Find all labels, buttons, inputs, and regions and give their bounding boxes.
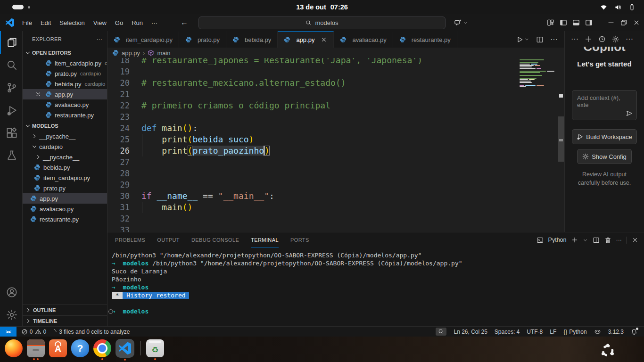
- panel-tab-ports[interactable]: PORTS: [290, 232, 309, 247]
- code-line-30[interactable]: 30if __name__ == "__main__":: [107, 190, 564, 202]
- language-mode[interactable]: {} Python: [563, 329, 586, 335]
- run-python-button[interactable]: [516, 36, 529, 43]
- code-line-27[interactable]: 27: [107, 156, 564, 168]
- code-line-18[interactable]: 18# restaurante_japones = Restaurante('J…: [107, 58, 564, 66]
- analysis-status[interactable]: 3 files and 0 cells to analyze: [51, 329, 130, 335]
- workspace-indicator-dot[interactable]: [28, 6, 30, 8]
- code-line-23[interactable]: 23: [107, 111, 564, 123]
- close-tab-button[interactable]: [321, 36, 327, 43]
- editor-more-actions-button[interactable]: ···: [550, 35, 558, 44]
- new-chat-button[interactable]: [585, 35, 592, 43]
- close-window-button[interactable]: [633, 19, 640, 26]
- tree-item-prato.py[interactable]: prato.py: [23, 183, 107, 193]
- dock-chrome[interactable]: [93, 339, 111, 357]
- toggle-secondary-sidebar-button[interactable]: [585, 19, 593, 26]
- problems-indicator[interactable]: 0 0: [21, 329, 46, 335]
- outline-section[interactable]: OUTLINE: [23, 304, 107, 315]
- code-line-31[interactable]: 31 main(): [107, 202, 564, 213]
- notifications-button[interactable]: [631, 329, 637, 335]
- code-line-32[interactable]: 32: [107, 213, 564, 224]
- panel-tab-output[interactable]: OUTPUT: [157, 232, 180, 247]
- panel-tab-terminal[interactable]: TERMINAL: [251, 232, 279, 247]
- code-line-25[interactable]: 25 print(bebida_suco): [107, 134, 564, 145]
- eol-sequence[interactable]: LF: [550, 329, 556, 335]
- panel-tab-problems[interactable]: PROBLEMS: [115, 232, 145, 247]
- tree-item-avaliacao.py[interactable]: avaliacao.py: [23, 204, 107, 214]
- kill-terminal-button[interactable]: [604, 237, 611, 244]
- menu-selection[interactable]: Selection: [55, 17, 89, 28]
- terminal-profile-dropdown[interactable]: [583, 238, 588, 243]
- dock-help[interactable]: ?: [71, 339, 89, 357]
- new-terminal-button[interactable]: [571, 237, 578, 243]
- customize-layout-button[interactable]: [547, 19, 554, 26]
- menu-go[interactable]: Go: [111, 17, 127, 28]
- breadcrumb[interactable]: app.py › main: [107, 48, 564, 58]
- sidebar-more-actions-button[interactable]: ···: [97, 36, 102, 42]
- activity-explorer[interactable]: [0, 31, 22, 54]
- workspace-header[interactable]: MODELOS: [23, 120, 107, 131]
- activity-search[interactable]: [0, 54, 22, 76]
- split-terminal-button[interactable]: [593, 237, 600, 244]
- python-version[interactable]: 3.12.3: [608, 329, 624, 335]
- timeline-section[interactable]: TIMELINE: [23, 315, 107, 326]
- breadcrumb-file[interactable]: app.py: [122, 49, 140, 57]
- dock-vscode[interactable]: [116, 339, 134, 358]
- activity-run-debug[interactable]: [0, 99, 22, 122]
- tab-item_cardapio.py[interactable]: item_cardapio.py: [107, 31, 179, 48]
- split-editor-button[interactable]: [536, 36, 544, 43]
- menu-file[interactable]: File: [18, 17, 36, 28]
- tab-bebida.py[interactable]: bebida.py: [226, 31, 278, 48]
- minimize-button[interactable]: [607, 19, 615, 26]
- tab-avaliacao.py[interactable]: avaliacao.py: [334, 31, 393, 48]
- copilot-status-icon[interactable]: [594, 328, 601, 335]
- tab-app.py[interactable]: app.py: [278, 31, 334, 48]
- dock-ubuntu-software[interactable]: A: [49, 339, 67, 357]
- tree-item-app.py[interactable]: app.py: [23, 193, 107, 204]
- breadcrumb-symbol[interactable]: main: [157, 49, 170, 57]
- tree-item-bebida.py[interactable]: bebida.py: [23, 162, 107, 173]
- open-editor-prato.py[interactable]: prato.pycardapio: [23, 68, 107, 79]
- tab-prato.py[interactable]: prato.py: [179, 31, 226, 48]
- terminal-more-actions-button[interactable]: ···: [616, 237, 622, 243]
- code-line-29[interactable]: 29: [107, 179, 564, 190]
- chat-history-button[interactable]: [598, 35, 606, 43]
- copilot-titlebar-button[interactable]: [454, 19, 468, 26]
- toggle-sidebar-button[interactable]: [560, 19, 567, 26]
- tree-item-restaurante.py[interactable]: restaurante.py: [23, 214, 107, 224]
- terminal-output[interactable]: /bin/python3 "/home/alexandre/projetopyt…: [112, 251, 644, 315]
- tab-restaurante.py[interactable]: restaurante.py: [393, 31, 457, 48]
- code-line-21[interactable]: 21: [107, 89, 564, 100]
- tree-item-__pycache__[interactable]: __pycache__: [23, 152, 107, 162]
- dock-files[interactable]: [27, 339, 45, 357]
- code-line-33[interactable]: 33: [107, 224, 564, 232]
- show-config-button[interactable]: Show Config: [577, 149, 632, 164]
- workspace-indicator-pill[interactable]: [12, 5, 24, 9]
- menu-run[interactable]: Run: [127, 17, 147, 28]
- back-button[interactable]: ←: [181, 18, 188, 27]
- restore-button[interactable]: [620, 19, 627, 26]
- cursor-position[interactable]: Ln 26, Col 25: [454, 329, 487, 335]
- open-editor-restaurante.py[interactable]: restaurante.py: [23, 110, 107, 120]
- menu-overflow[interactable]: ···: [147, 17, 162, 28]
- command-center-search[interactable]: modelos: [198, 16, 446, 29]
- chat-settings-button[interactable]: [612, 35, 619, 43]
- system-status-area[interactable]: [600, 4, 636, 11]
- encoding[interactable]: UTF-8: [527, 329, 543, 335]
- tree-item-__pycache__[interactable]: __pycache__: [23, 131, 107, 141]
- tree-item-item_cardapio.py[interactable]: item_cardapio.py: [23, 173, 107, 183]
- tree-item-cardapio[interactable]: cardapio: [23, 141, 107, 152]
- dock-firefox[interactable]: [5, 339, 23, 357]
- send-button[interactable]: [625, 109, 633, 117]
- dock-trash[interactable]: ♻: [146, 339, 164, 357]
- code-line-19[interactable]: 19: [107, 66, 564, 77]
- close-panel-button[interactable]: [632, 237, 638, 243]
- panel-tab-debug-console[interactable]: DEBUG CONSOLE: [191, 232, 239, 247]
- code-line-20[interactable]: 20# restaurante_mexicano.alternar_estado…: [107, 77, 564, 89]
- toggle-panel-button[interactable]: [572, 19, 580, 26]
- open-editor-app.py[interactable]: app.py: [23, 89, 107, 99]
- open-editors-header[interactable]: OPEN EDITORS: [23, 47, 107, 58]
- activity-account[interactable]: [0, 281, 22, 304]
- code-line-24[interactable]: 24def main():: [107, 123, 564, 134]
- activity-extensions[interactable]: [0, 122, 22, 144]
- close-editor-button[interactable]: [35, 91, 42, 98]
